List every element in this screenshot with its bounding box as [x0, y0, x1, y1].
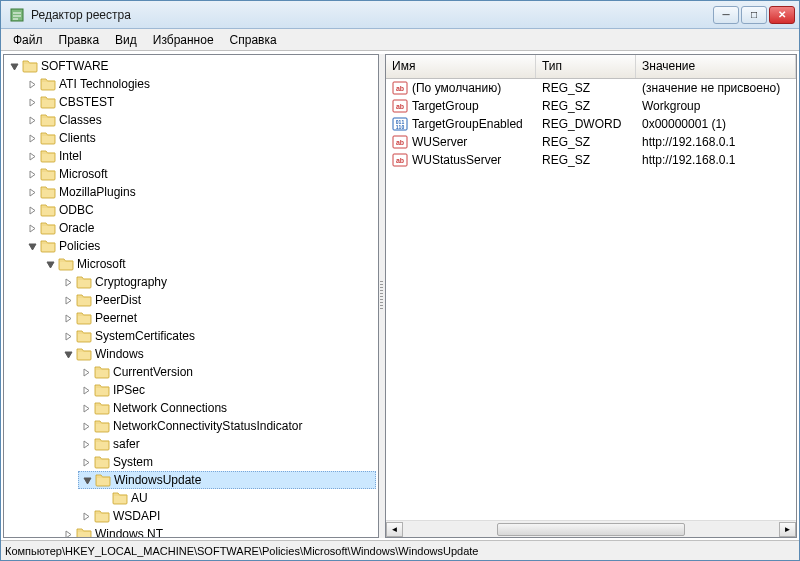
expander-icon[interactable] — [8, 60, 20, 72]
cell-name: WUServer — [386, 134, 536, 150]
tree-node-cbs[interactable]: CBSTEST — [24, 93, 376, 111]
folder-icon — [76, 526, 92, 538]
tree-node-system[interactable]: System — [78, 453, 376, 471]
splitter[interactable] — [379, 54, 385, 538]
registry-editor-window: Редактор реестра ─ □ ✕ Файл Правка Вид И… — [0, 0, 800, 561]
expander-icon[interactable] — [62, 528, 74, 538]
expander-icon[interactable] — [26, 114, 38, 126]
close-button[interactable]: ✕ — [769, 6, 795, 24]
menu-edit[interactable]: Правка — [51, 31, 108, 49]
menu-favorites[interactable]: Избранное — [145, 31, 222, 49]
cell-type: REG_SZ — [536, 135, 636, 149]
folder-icon — [94, 364, 110, 380]
tree-node-peernet[interactable]: Peernet — [60, 309, 376, 327]
expander-icon[interactable] — [62, 312, 74, 324]
col-header-value[interactable]: Значение — [636, 55, 796, 78]
expander-icon[interactable] — [80, 420, 92, 432]
tree-node-odbc[interactable]: ODBC — [24, 201, 376, 219]
col-header-type[interactable]: Тип — [536, 55, 636, 78]
tree-node-ati[interactable]: ATI Technologies — [24, 75, 376, 93]
minimize-button[interactable]: ─ — [713, 6, 739, 24]
titlebar[interactable]: Редактор реестра ─ □ ✕ — [1, 1, 799, 29]
tree-node-crypto[interactable]: Cryptography — [60, 273, 376, 291]
expander-icon[interactable] — [26, 132, 38, 144]
scroll-right-button[interactable]: ► — [779, 522, 796, 537]
status-path: Компьютер\HKEY_LOCAL_MACHINE\SOFTWARE\Po… — [5, 545, 478, 557]
expander-icon[interactable] — [80, 402, 92, 414]
tree-node-pol-microsoft[interactable]: Microsoft — [42, 255, 376, 273]
folder-icon — [40, 184, 56, 200]
menu-help[interactable]: Справка — [222, 31, 285, 49]
tree-pane[interactable]: SOFTWARE ATI TechnologiesCBSTESTClassesC… — [3, 54, 379, 538]
expander-icon[interactable] — [80, 438, 92, 450]
expander-icon[interactable] — [26, 204, 38, 216]
expander-icon[interactable] — [26, 186, 38, 198]
content-area: SOFTWARE ATI TechnologiesCBSTESTClassesC… — [1, 51, 799, 540]
expander-icon[interactable] — [62, 294, 74, 306]
tree-node-microsoft[interactable]: Microsoft — [24, 165, 376, 183]
list-body[interactable]: (По умолчанию)REG_SZ(значение не присвое… — [386, 79, 796, 520]
string-icon — [392, 80, 408, 96]
tree-node-curver[interactable]: CurrentVersion — [78, 363, 376, 381]
expander-icon[interactable] — [26, 168, 38, 180]
tree-node-wsdapi[interactable]: WSDAPI — [78, 507, 376, 525]
app-icon — [9, 7, 25, 23]
scroll-thumb[interactable] — [497, 523, 685, 536]
expander-icon[interactable] — [44, 258, 56, 270]
tree-node-software[interactable]: SOFTWARE — [6, 57, 376, 75]
list-row[interactable]: WUStatusServerREG_SZhttp://192.168.0.1 — [386, 151, 796, 169]
folder-icon — [94, 508, 110, 524]
tree-node-netconn[interactable]: Network Connections — [78, 399, 376, 417]
tree-node-netconnstatus[interactable]: NetworkConnectivityStatusIndicator — [78, 417, 376, 435]
window-title: Редактор реестра — [29, 8, 713, 22]
folder-icon — [40, 130, 56, 146]
tree-node-oracle[interactable]: Oracle — [24, 219, 376, 237]
menu-file[interactable]: Файл — [5, 31, 51, 49]
string-icon — [392, 152, 408, 168]
tree-node-clients[interactable]: Clients — [24, 129, 376, 147]
expander-icon[interactable] — [80, 510, 92, 522]
expander-icon[interactable] — [62, 330, 74, 342]
tree-node-intel[interactable]: Intel — [24, 147, 376, 165]
horizontal-scrollbar[interactable]: ◄ ► — [386, 520, 796, 537]
list-row[interactable]: WUServerREG_SZhttp://192.168.0.1 — [386, 133, 796, 151]
menubar: Файл Правка Вид Избранное Справка — [1, 29, 799, 51]
expander-icon[interactable] — [26, 96, 38, 108]
cell-type: REG_SZ — [536, 99, 636, 113]
tree-node-policies[interactable]: Policies — [24, 237, 376, 255]
tree-node-winnt[interactable]: Windows NT — [60, 525, 376, 538]
maximize-button[interactable]: □ — [741, 6, 767, 24]
tree-node-classes[interactable]: Classes — [24, 111, 376, 129]
registry-tree: SOFTWARE ATI TechnologiesCBSTESTClassesC… — [4, 55, 378, 538]
values-pane: Имя Тип Значение (По умолчанию)REG_SZ(зн… — [385, 54, 797, 538]
tree-node-windows[interactable]: Windows — [60, 345, 376, 363]
scroll-left-button[interactable]: ◄ — [386, 522, 403, 537]
tree-node-au[interactable]: AU — [96, 489, 376, 507]
list-row[interactable]: TargetGroupREG_SZWorkgroup — [386, 97, 796, 115]
expander-icon[interactable] — [80, 384, 92, 396]
tree-node-syscert[interactable]: SystemCertificates — [60, 327, 376, 345]
expander-icon[interactable] — [26, 222, 38, 234]
tree-node-peerdist[interactable]: PeerDist — [60, 291, 376, 309]
list-row[interactable]: (По умолчанию)REG_SZ(значение не присвое… — [386, 79, 796, 97]
expander-icon[interactable] — [26, 150, 38, 162]
tree-node-safer[interactable]: safer — [78, 435, 376, 453]
tree-node-mozilla[interactable]: MozillaPlugins — [24, 183, 376, 201]
expander-icon[interactable] — [80, 366, 92, 378]
list-header: Имя Тип Значение — [386, 55, 796, 79]
statusbar: Компьютер\HKEY_LOCAL_MACHINE\SOFTWARE\Po… — [1, 540, 799, 560]
folder-icon — [76, 346, 92, 362]
col-header-name[interactable]: Имя — [386, 55, 536, 78]
expander-icon[interactable] — [80, 456, 92, 468]
list-row[interactable]: TargetGroupEnabledREG_DWORD0x00000001 (1… — [386, 115, 796, 133]
expander-icon[interactable] — [62, 348, 74, 360]
tree-node-ipsec[interactable]: IPSec — [78, 381, 376, 399]
expander-icon[interactable] — [26, 78, 38, 90]
window-controls: ─ □ ✕ — [713, 6, 795, 24]
expander-icon[interactable] — [81, 474, 93, 486]
scroll-track[interactable] — [403, 522, 779, 537]
tree-node-windowsupdate[interactable]: WindowsUpdate — [78, 471, 376, 489]
expander-icon[interactable] — [62, 276, 74, 288]
expander-icon[interactable] — [26, 240, 38, 252]
menu-view[interactable]: Вид — [107, 31, 145, 49]
